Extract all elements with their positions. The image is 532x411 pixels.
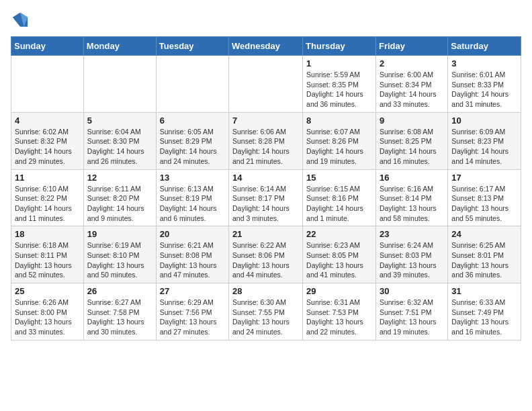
day-number: 3 bbox=[451, 58, 517, 68]
day-info: Sunrise: 6:01 AMSunset: 8:33 PMDaylight:… bbox=[451, 70, 517, 109]
day-number: 23 bbox=[380, 229, 444, 239]
day-info: Sunrise: 6:21 AMSunset: 8:08 PMDaylight:… bbox=[160, 240, 225, 280]
day-number: 6 bbox=[160, 116, 225, 126]
day-info: Sunrise: 6:07 AMSunset: 8:26 PMDaylight:… bbox=[306, 127, 372, 167]
day-number: 9 bbox=[380, 116, 444, 126]
day-number: 1 bbox=[306, 58, 372, 68]
day-cell: 8Sunrise: 6:07 AMSunset: 8:26 PMDaylight… bbox=[303, 112, 376, 169]
day-number: 26 bbox=[87, 286, 152, 296]
day-info: Sunrise: 6:14 AMSunset: 8:17 PMDaylight:… bbox=[232, 184, 299, 224]
day-cell: 13Sunrise: 6:13 AMSunset: 8:19 PMDayligh… bbox=[156, 169, 228, 226]
day-number: 20 bbox=[160, 229, 225, 239]
day-number: 21 bbox=[232, 229, 299, 239]
day-info: Sunrise: 6:04 AMSunset: 8:30 PMDaylight:… bbox=[87, 127, 152, 167]
day-info: Sunrise: 6:06 AMSunset: 8:28 PMDaylight:… bbox=[232, 127, 299, 167]
day-cell: 17Sunrise: 6:17 AMSunset: 8:13 PMDayligh… bbox=[448, 169, 521, 226]
day-number: 14 bbox=[232, 173, 299, 183]
weekday-wednesday: Wednesday bbox=[229, 37, 303, 56]
day-number: 4 bbox=[15, 116, 80, 126]
day-cell bbox=[229, 56, 303, 113]
weekday-sunday: Sunday bbox=[11, 37, 84, 56]
day-info: Sunrise: 6:25 AMSunset: 8:01 PMDaylight:… bbox=[451, 240, 517, 280]
day-info: Sunrise: 6:05 AMSunset: 8:29 PMDaylight:… bbox=[160, 127, 225, 167]
day-cell: 23Sunrise: 6:24 AMSunset: 8:03 PMDayligh… bbox=[375, 226, 447, 283]
day-cell: 11Sunrise: 6:10 AMSunset: 8:22 PMDayligh… bbox=[11, 169, 84, 226]
day-info: Sunrise: 6:08 AMSunset: 8:25 PMDaylight:… bbox=[380, 127, 444, 167]
day-cell: 5Sunrise: 6:04 AMSunset: 8:30 PMDaylight… bbox=[83, 112, 156, 169]
day-number: 5 bbox=[87, 116, 152, 126]
day-cell: 16Sunrise: 6:16 AMSunset: 8:14 PMDayligh… bbox=[375, 169, 447, 226]
day-number: 16 bbox=[380, 173, 444, 183]
day-number: 15 bbox=[306, 173, 372, 183]
day-number: 31 bbox=[451, 286, 517, 296]
weekday-thursday: Thursday bbox=[303, 37, 376, 56]
logo-icon bbox=[11, 11, 30, 30]
day-info: Sunrise: 6:09 AMSunset: 8:23 PMDaylight:… bbox=[451, 127, 517, 167]
calendar-table: SundayMondayTuesdayWednesdayThursdayFrid… bbox=[11, 36, 521, 340]
day-info: Sunrise: 6:02 AMSunset: 8:32 PMDaylight:… bbox=[15, 127, 80, 167]
day-cell: 6Sunrise: 6:05 AMSunset: 8:29 PMDaylight… bbox=[156, 112, 228, 169]
day-number: 22 bbox=[306, 229, 372, 239]
week-row-3: 18Sunrise: 6:18 AMSunset: 8:11 PMDayligh… bbox=[11, 226, 521, 283]
day-cell: 25Sunrise: 6:26 AMSunset: 8:00 PMDayligh… bbox=[11, 283, 84, 340]
day-info: Sunrise: 6:27 AMSunset: 7:58 PMDaylight:… bbox=[87, 298, 152, 337]
day-cell: 19Sunrise: 6:19 AMSunset: 8:10 PMDayligh… bbox=[83, 226, 156, 283]
day-number: 7 bbox=[232, 116, 299, 126]
day-info: Sunrise: 6:29 AMSunset: 7:56 PMDaylight:… bbox=[160, 298, 225, 337]
day-cell bbox=[83, 56, 156, 113]
weekday-saturday: Saturday bbox=[448, 37, 521, 56]
day-info: Sunrise: 6:31 AMSunset: 7:53 PMDaylight:… bbox=[306, 298, 372, 337]
day-cell: 22Sunrise: 6:23 AMSunset: 8:05 PMDayligh… bbox=[303, 226, 376, 283]
weekday-header: SundayMondayTuesdayWednesdayThursdayFrid… bbox=[11, 37, 521, 56]
day-number: 12 bbox=[87, 173, 152, 183]
day-number: 11 bbox=[15, 173, 80, 183]
day-info: Sunrise: 6:22 AMSunset: 8:06 PMDaylight:… bbox=[232, 240, 299, 280]
day-number: 28 bbox=[232, 286, 299, 296]
weekday-tuesday: Tuesday bbox=[156, 37, 228, 56]
day-cell bbox=[11, 56, 84, 113]
day-number: 30 bbox=[380, 286, 444, 296]
day-number: 24 bbox=[451, 229, 517, 239]
day-info: Sunrise: 6:11 AMSunset: 8:20 PMDaylight:… bbox=[87, 184, 152, 224]
week-row-1: 4Sunrise: 6:02 AMSunset: 8:32 PMDaylight… bbox=[11, 112, 521, 169]
day-cell: 4Sunrise: 6:02 AMSunset: 8:32 PMDaylight… bbox=[11, 112, 84, 169]
day-info: Sunrise: 6:17 AMSunset: 8:13 PMDaylight:… bbox=[451, 184, 517, 224]
day-info: Sunrise: 6:10 AMSunset: 8:22 PMDaylight:… bbox=[15, 184, 80, 224]
day-cell: 18Sunrise: 6:18 AMSunset: 8:11 PMDayligh… bbox=[11, 226, 84, 283]
day-info: Sunrise: 6:23 AMSunset: 8:05 PMDaylight:… bbox=[306, 240, 372, 280]
day-info: Sunrise: 5:59 AMSunset: 8:35 PMDaylight:… bbox=[306, 70, 372, 109]
day-cell: 20Sunrise: 6:21 AMSunset: 8:08 PMDayligh… bbox=[156, 226, 228, 283]
day-cell: 30Sunrise: 6:32 AMSunset: 7:51 PMDayligh… bbox=[375, 283, 447, 340]
day-info: Sunrise: 6:19 AMSunset: 8:10 PMDaylight:… bbox=[87, 240, 152, 280]
day-number: 2 bbox=[380, 58, 444, 68]
day-info: Sunrise: 6:33 AMSunset: 7:49 PMDaylight:… bbox=[451, 298, 517, 337]
day-number: 27 bbox=[160, 286, 225, 296]
day-number: 19 bbox=[87, 229, 152, 239]
day-cell: 3Sunrise: 6:01 AMSunset: 8:33 PMDaylight… bbox=[448, 56, 521, 113]
day-info: Sunrise: 6:16 AMSunset: 8:14 PMDaylight:… bbox=[380, 184, 444, 224]
day-cell: 2Sunrise: 6:00 AMSunset: 8:34 PMDaylight… bbox=[375, 56, 447, 113]
day-number: 29 bbox=[306, 286, 372, 296]
weekday-monday: Monday bbox=[83, 37, 156, 56]
day-cell: 28Sunrise: 6:30 AMSunset: 7:55 PMDayligh… bbox=[229, 283, 303, 340]
day-cell: 27Sunrise: 6:29 AMSunset: 7:56 PMDayligh… bbox=[156, 283, 228, 340]
day-cell: 31Sunrise: 6:33 AMSunset: 7:49 PMDayligh… bbox=[448, 283, 521, 340]
day-number: 17 bbox=[451, 173, 517, 183]
day-info: Sunrise: 6:13 AMSunset: 8:19 PMDaylight:… bbox=[160, 184, 225, 224]
day-cell: 24Sunrise: 6:25 AMSunset: 8:01 PMDayligh… bbox=[448, 226, 521, 283]
day-cell: 9Sunrise: 6:08 AMSunset: 8:25 PMDaylight… bbox=[375, 112, 447, 169]
week-row-0: 1Sunrise: 5:59 AMSunset: 8:35 PMDaylight… bbox=[11, 56, 521, 113]
day-number: 10 bbox=[451, 116, 517, 126]
day-cell: 7Sunrise: 6:06 AMSunset: 8:28 PMDaylight… bbox=[229, 112, 303, 169]
day-cell: 1Sunrise: 5:59 AMSunset: 8:35 PMDaylight… bbox=[303, 56, 376, 113]
day-cell: 15Sunrise: 6:15 AMSunset: 8:16 PMDayligh… bbox=[303, 169, 376, 226]
calendar-body: 1Sunrise: 5:59 AMSunset: 8:35 PMDaylight… bbox=[11, 56, 521, 340]
day-info: Sunrise: 6:26 AMSunset: 8:00 PMDaylight:… bbox=[15, 298, 80, 337]
day-cell: 26Sunrise: 6:27 AMSunset: 7:58 PMDayligh… bbox=[83, 283, 156, 340]
weekday-friday: Friday bbox=[375, 37, 447, 56]
day-number: 18 bbox=[15, 229, 80, 239]
day-number: 13 bbox=[160, 173, 225, 183]
day-number: 25 bbox=[15, 286, 80, 296]
day-info: Sunrise: 6:18 AMSunset: 8:11 PMDaylight:… bbox=[15, 240, 80, 280]
logo bbox=[11, 11, 32, 30]
